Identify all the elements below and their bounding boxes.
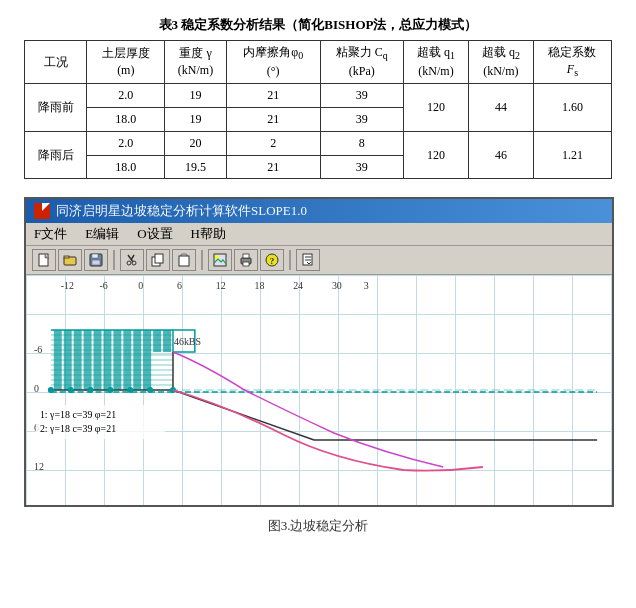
cut-button[interactable] xyxy=(120,249,144,271)
figure-caption: 图3.边坡稳定分析 xyxy=(24,517,612,535)
cell-q1-before: 120 xyxy=(404,84,469,132)
menu-edit[interactable]: E编辑 xyxy=(85,225,119,243)
canvas-area[interactable]: -12 -6 0 6 12 18 24 30 3 -6 0 6 12 xyxy=(26,275,612,505)
separator3 xyxy=(289,250,291,270)
separator2 xyxy=(201,250,203,270)
menu-help[interactable]: H帮助 xyxy=(191,225,226,243)
analysis-table: 工况 土层厚度(m) 重度 γ(kN/m) 内摩擦角φ0(°) 粘聚力 Cq(k… xyxy=(24,40,612,179)
cell-q2-after: 46 xyxy=(468,131,533,179)
col-q1: 超载 q1(kN/m) xyxy=(404,41,469,84)
copy-button[interactable] xyxy=(146,249,170,271)
svg-text:0: 0 xyxy=(34,383,39,394)
svg-rect-13 xyxy=(179,256,189,266)
cell: 8 xyxy=(320,131,403,155)
condition-after: 降雨后 xyxy=(25,131,87,179)
print-button[interactable] xyxy=(234,249,258,271)
cell: 18.0 xyxy=(87,107,165,131)
condition-before: 降雨前 xyxy=(25,84,87,132)
svg-text:12: 12 xyxy=(34,461,44,472)
app-icon xyxy=(34,203,50,219)
cell: 39 xyxy=(320,107,403,131)
save-button[interactable] xyxy=(84,249,108,271)
separator xyxy=(113,250,115,270)
title-bar: 同济启明星边坡稳定分析计算软件SLOPE1.0 xyxy=(26,199,612,223)
cell: 2.0 xyxy=(87,131,165,155)
cell: 20 xyxy=(165,131,226,155)
table-title: 表3 稳定系数分析结果（简化BISHOP法，总应力模式） xyxy=(24,16,612,34)
cell: 19 xyxy=(165,107,226,131)
cell: 39 xyxy=(320,84,403,108)
svg-rect-4 xyxy=(92,254,98,258)
svg-text:-6: -6 xyxy=(34,344,42,355)
svg-rect-17 xyxy=(243,254,249,258)
svg-text:18: 18 xyxy=(254,280,264,291)
svg-text:-12: -12 xyxy=(61,280,74,291)
col-q2: 超载 q2(kN/m) xyxy=(468,41,533,84)
svg-point-15 xyxy=(215,255,219,259)
svg-rect-5 xyxy=(92,260,100,265)
cell: 18.0 xyxy=(87,155,165,179)
cell: 39 xyxy=(320,155,403,179)
more-button[interactable] xyxy=(296,249,320,271)
svg-text:6: 6 xyxy=(177,280,182,291)
image-button[interactable] xyxy=(208,249,232,271)
svg-point-8 xyxy=(127,261,131,265)
table-row: 降雨前 2.0 19 21 39 120 44 1.60 xyxy=(25,84,612,108)
cell: 21 xyxy=(226,84,320,108)
svg-text:1: γ=18 c=39 φ=21: 1: γ=18 c=39 φ=21 xyxy=(40,409,116,420)
col-depth: 土层厚度(m) xyxy=(87,41,165,84)
svg-rect-18 xyxy=(243,262,249,266)
table-row: 降雨后 2.0 20 2 8 120 46 1.21 xyxy=(25,131,612,155)
menu-file[interactable]: F文件 xyxy=(34,225,67,243)
new-button[interactable] xyxy=(32,249,56,271)
menu-bar[interactable]: F文件 E编辑 O设置 H帮助 xyxy=(26,223,612,246)
svg-text:46kBS: 46kBS xyxy=(174,336,201,347)
toolbar: ? xyxy=(26,246,612,275)
menu-settings[interactable]: O设置 xyxy=(137,225,172,243)
svg-line-7 xyxy=(131,255,134,260)
paste-button[interactable] xyxy=(172,249,196,271)
svg-rect-2 xyxy=(64,256,69,258)
software-window: 同济启明星边坡稳定分析计算软件SLOPE1.0 F文件 E编辑 O设置 H帮助 xyxy=(24,197,614,507)
svg-text:?: ? xyxy=(270,256,275,266)
svg-text:2: γ=18 c=39 φ=21: 2: γ=18 c=39 φ=21 xyxy=(40,423,116,434)
col-gamma: 重度 γ(kN/m) xyxy=(165,41,226,84)
cell: 2.0 xyxy=(87,84,165,108)
svg-rect-47 xyxy=(153,330,161,352)
cell: 21 xyxy=(226,155,320,179)
window-title: 同济启明星边坡稳定分析计算软件SLOPE1.0 xyxy=(56,202,307,220)
svg-rect-11 xyxy=(155,254,163,263)
svg-text:-6: -6 xyxy=(99,280,107,291)
svg-text:12: 12 xyxy=(216,280,226,291)
svg-text:0: 0 xyxy=(138,280,143,291)
cell: 19.5 xyxy=(165,155,226,179)
svg-rect-48 xyxy=(163,330,171,352)
cell-fs-after: 1.21 xyxy=(533,131,611,179)
cell: 19 xyxy=(165,84,226,108)
cell-q2-before: 44 xyxy=(468,84,533,132)
open-button[interactable] xyxy=(58,249,82,271)
cell: 21 xyxy=(226,107,320,131)
col-phi: 内摩擦角φ0(°) xyxy=(226,41,320,84)
slope-diagram: -12 -6 0 6 12 18 24 30 3 -6 0 6 12 xyxy=(26,275,612,505)
col-fs: 稳定系数Fs xyxy=(533,41,611,84)
svg-point-9 xyxy=(132,261,136,265)
col-c: 粘聚力 Cq(kPa) xyxy=(320,41,403,84)
cell-q1-after: 120 xyxy=(404,131,469,179)
col-condition: 工况 xyxy=(25,41,87,84)
help-button[interactable]: ? xyxy=(260,249,284,271)
cell-fs-before: 1.60 xyxy=(533,84,611,132)
cell: 2 xyxy=(226,131,320,155)
svg-text:30: 30 xyxy=(332,280,342,291)
svg-text:24: 24 xyxy=(293,280,303,291)
svg-text:3: 3 xyxy=(364,280,369,291)
